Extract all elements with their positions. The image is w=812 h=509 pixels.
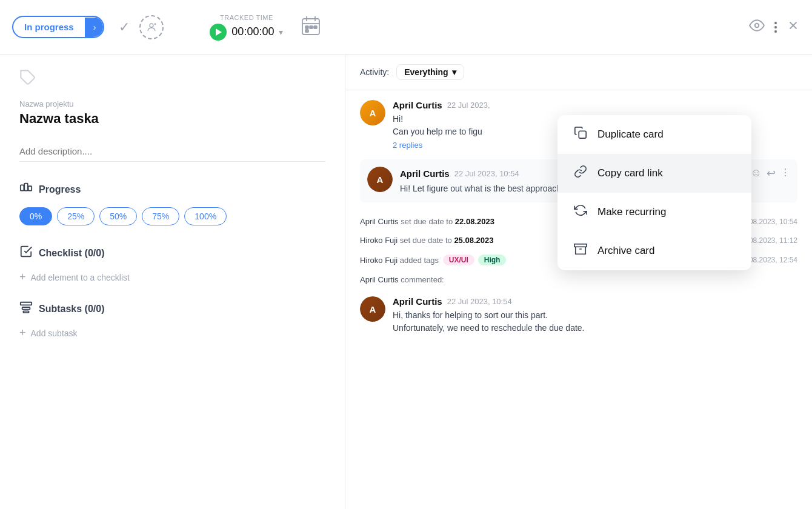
log1-value: 22.08.2023: [455, 217, 494, 226]
checklist-icon: [19, 245, 33, 261]
add-checklist-item[interactable]: + Add element to a checklist: [19, 271, 325, 284]
menu-item-copy-link[interactable]: Copy card link: [557, 154, 751, 193]
add-plus-icon: +: [19, 271, 26, 284]
add-subtask-label: Add subtask: [31, 328, 78, 338]
status-button[interactable]: In progress ›: [12, 16, 104, 38]
tag-icon: [19, 69, 325, 90]
checklist-header: Checklist (0/0): [19, 245, 325, 261]
log3-action: added tags: [400, 256, 439, 265]
activity-filter-select[interactable]: Everything ▾: [396, 64, 464, 80]
add-subtask-plus-icon: +: [19, 327, 26, 339]
time-value: 00:00:00: [231, 25, 274, 38]
progress-btn-50[interactable]: 50%: [99, 207, 137, 225]
activity-label: Activity:: [360, 67, 389, 77]
top-right-actions: [749, 18, 800, 36]
log4-actor: April Curtis: [360, 275, 399, 284]
comment-header-3: April Curtis 22 Jul 2023, 10:54: [393, 296, 797, 307]
comment-date-3: 22 Jul 2023, 10:54: [447, 297, 512, 306]
subtasks-title: Subtasks (0/0): [39, 304, 104, 314]
log1-action: set due date to: [401, 217, 453, 226]
log1-actor: April Curtis: [360, 217, 399, 226]
project-name: Nazwa projektu: [19, 99, 325, 108]
menu-item-recurring-label: Make recurring: [597, 206, 666, 218]
add-subtask-item[interactable]: + Add subtask: [19, 327, 325, 339]
recurring-icon: [572, 204, 589, 221]
emoji-icon[interactable]: ☺: [751, 167, 762, 180]
comment-date-1: 22 Jul 2023,: [447, 101, 490, 110]
avatar-3: A: [360, 296, 385, 322]
subtasks-header: Subtasks (0/0): [19, 301, 325, 317]
menu-item-duplicate[interactable]: Duplicate card: [557, 115, 751, 154]
dropdown-menu: Duplicate card Copy card link: [557, 115, 751, 270]
menu-item-copy-link-label: Copy card link: [597, 167, 663, 179]
right-panel: Activity: Everything ▾ A April Curtis 22…: [345, 55, 812, 509]
svg-rect-8: [310, 26, 313, 28]
time-caret-icon[interactable]: ▾: [279, 27, 283, 37]
menu-item-duplicate-label: Duplicate card: [597, 128, 664, 141]
activity-filter-value: Everything: [404, 67, 448, 77]
tag-uxui: UX/UI: [443, 254, 474, 265]
comment-body-3: April Curtis 22 Jul 2023, 10:54 Hi, than…: [393, 296, 797, 334]
add-checklist-label: Add element to a checklist: [31, 273, 130, 282]
left-panel: Nazwa projektu Nazwa taska Progress 0% 2…: [0, 55, 345, 509]
progress-btn-75[interactable]: 75%: [142, 207, 179, 225]
subtasks-icon: [19, 301, 33, 317]
reply-icon[interactable]: ↩: [767, 167, 776, 180]
task-name: Nazwa taska: [19, 111, 325, 127]
status-arrow-icon: ›: [85, 18, 104, 37]
svg-rect-10: [305, 30, 308, 32]
check-button[interactable]: ✓: [119, 19, 130, 35]
progress-btn-0[interactable]: 0%: [19, 207, 52, 225]
svg-rect-20: [23, 311, 28, 313]
svg-rect-18: [21, 302, 32, 305]
comment-author-2: April Curtis: [400, 168, 450, 179]
comment-3: A April Curtis 22 Jul 2023, 10:54 Hi, th…: [360, 296, 797, 334]
svg-rect-17: [28, 186, 32, 190]
duplicate-icon: [572, 126, 589, 143]
menu-item-archive[interactable]: Archive card: [557, 231, 751, 270]
log3-actor: Hiroko Fuji: [360, 256, 398, 265]
main-layout: Nazwa projektu Nazwa taska Progress 0% 2…: [0, 55, 812, 509]
progress-btn-100[interactable]: 100%: [184, 207, 227, 225]
archive-icon: [572, 242, 589, 259]
comment-author-1: April Curtis: [393, 100, 442, 110]
svg-rect-22: [574, 244, 587, 247]
assign-button[interactable]: [139, 15, 164, 39]
log2-action: set due date to: [400, 236, 452, 245]
svg-point-11: [755, 24, 759, 28]
progress-header: Progress: [19, 181, 325, 198]
activity-caret-icon: ▾: [452, 67, 456, 77]
comment-date-2: 22 Jul 2023, 10:54: [454, 169, 519, 178]
activity-log-4: April Curtis commented:: [360, 270, 797, 289]
menu-item-recurring[interactable]: Make recurring: [557, 193, 751, 231]
eye-icon[interactable]: [749, 18, 765, 36]
activity-bar: Activity: Everything ▾: [345, 55, 812, 90]
play-button[interactable]: [210, 24, 227, 41]
svg-rect-9: [314, 26, 317, 28]
more-options-button[interactable]: [774, 22, 777, 33]
comment-text-3: Hi, thanks for helping to sort our this …: [393, 309, 797, 334]
description-input[interactable]: [19, 141, 325, 162]
progress-icon: [19, 181, 33, 198]
comment-header-1: April Curtis 22 Jul 2023,: [393, 100, 797, 110]
avatar-2: A: [367, 167, 393, 192]
checklist-title: Checklist (0/0): [39, 248, 104, 259]
comment-actions-2: ☺ ↩ ⋮: [751, 167, 790, 180]
svg-point-0: [150, 24, 153, 27]
svg-rect-16: [24, 184, 28, 191]
progress-btn-25[interactable]: 25%: [57, 207, 95, 225]
svg-rect-19: [22, 307, 30, 310]
top-bar: In progress › ✓ TRACKED TIME 00:00:00 ▾: [0, 0, 812, 55]
log4-action: commented:: [401, 275, 444, 284]
comment-author-3: April Curtis: [393, 296, 442, 307]
copy-link-icon: [572, 165, 589, 182]
calendar-button[interactable]: [300, 15, 322, 39]
close-button[interactable]: [787, 19, 800, 36]
progress-buttons: 0% 25% 50% 75% 100%: [19, 207, 325, 225]
tracked-label: TRACKED TIME: [220, 14, 273, 21]
status-label: In progress: [13, 17, 85, 37]
comment-more-icon[interactable]: ⋮: [780, 167, 790, 180]
tracked-time-section: TRACKED TIME 00:00:00 ▾: [210, 14, 283, 41]
svg-rect-7: [305, 26, 308, 28]
svg-rect-21: [579, 131, 586, 138]
